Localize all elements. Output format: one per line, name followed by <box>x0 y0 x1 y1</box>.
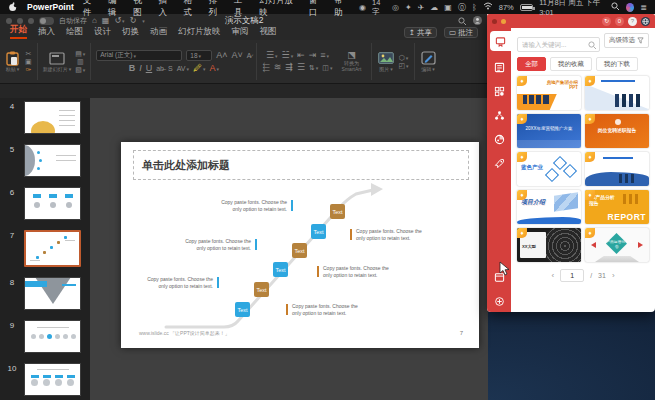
slide-4-preview[interactable] <box>24 101 81 134</box>
tab-home[interactable]: 开始 <box>10 24 27 39</box>
autosave-toggle[interactable] <box>39 17 54 25</box>
template-card-9[interactable]: ♦ XX大型 <box>517 228 581 262</box>
template-card-3[interactable]: ♦ 20XX年度营销推广方案 <box>517 114 581 148</box>
apple-icon[interactable] <box>8 2 18 12</box>
copy-icon[interactable]: ▣ <box>25 58 32 65</box>
control-center-icon[interactable]: ≣ <box>640 3 647 12</box>
minimize-window-icon[interactable] <box>17 18 23 24</box>
wifi-icon[interactable] <box>483 2 493 12</box>
airdrop-icon[interactable]: ✈ <box>418 3 425 12</box>
tab-design[interactable]: 设计 <box>94 26 111 39</box>
tab-favorites[interactable]: 我的收藏 <box>550 57 592 71</box>
current-slide[interactable]: 单击此处添加标题 Text Text Text Text Text Text C… <box>121 142 479 348</box>
template-card-7[interactable]: ♦ 项目介绍 <box>517 190 581 224</box>
status-icon-1[interactable]: ◎ <box>392 3 399 12</box>
menu-file[interactable]: 文件 <box>83 0 99 19</box>
slide-canvas[interactable]: 单击此处添加标题 Text Text Text Text Text Text C… <box>90 98 488 400</box>
step-box-4[interactable]: Text <box>292 243 307 258</box>
thumbnail-slide-4[interactable]: 4 <box>0 101 90 134</box>
thumbnail-slide-9[interactable]: 9 <box>0 320 90 353</box>
text-box-icon[interactable]: ◰ <box>398 62 408 69</box>
prev-page-icon[interactable]: ‹ <box>551 271 554 280</box>
menu-edit[interactable]: 编辑 <box>108 0 124 19</box>
menu-format[interactable]: 格式 <box>184 0 200 19</box>
paste-button[interactable] <box>4 51 21 66</box>
menu-window[interactable]: 窗口 <box>309 0 325 19</box>
bullets-icon[interactable]: ☰ <box>266 51 278 60</box>
italic-icon[interactable]: I <box>139 64 142 73</box>
cloud-icon[interactable]: ☁ <box>430 3 438 12</box>
indent-icon[interactable]: ⇥ <box>309 51 317 60</box>
caption-right-1[interactable]: Copy paste fonts. Choose the only option… <box>356 228 432 241</box>
thumbnail-slide-5[interactable]: 5 <box>0 144 90 177</box>
tab-view[interactable]: 视图 <box>260 26 277 39</box>
slide-6-preview[interactable] <box>24 187 81 220</box>
spotlight-icon[interactable] <box>611 2 620 13</box>
clear-format-icon[interactable]: A̷ <box>247 52 252 59</box>
step-box-3[interactable]: Text <box>273 262 288 277</box>
user-globe-icon[interactable] <box>641 17 650 26</box>
caption-right-2[interactable]: Copy paste fonts. Choose the only option… <box>323 265 399 278</box>
nav-rocket-icon[interactable] <box>489 155 509 171</box>
thumbnail-slide-6[interactable]: 6 <box>0 187 90 220</box>
strikethrough-icon[interactable]: ab̶ <box>156 65 164 72</box>
line-spacing-icon[interactable]: ≡ <box>320 51 329 60</box>
template-card-5[interactable]: ♦ 蓝色产业 <box>517 152 581 186</box>
format-painter-icon[interactable]: ✑ <box>25 66 31 73</box>
record-icon[interactable]: ◉ <box>359 3 366 12</box>
font-name-select[interactable]: Arial (正文) <box>96 50 182 61</box>
next-page-icon[interactable]: › <box>612 271 615 280</box>
template-card-1[interactable]: ♦ 房地产集团介绍PPT <box>517 76 581 110</box>
page-number-input[interactable] <box>560 269 584 282</box>
nav-settings-icon[interactable] <box>489 293 509 309</box>
menu-view[interactable]: 视图 <box>133 0 149 19</box>
caption-left-3[interactable]: Copy paste fonts. Choose the only option… <box>137 276 213 289</box>
section-icon[interactable]: ▧ <box>75 66 85 73</box>
tab-review[interactable]: 审阅 <box>232 26 249 39</box>
shapes-icon[interactable]: ⬡ <box>399 54 409 61</box>
spacing-icon[interactable]: AV <box>177 65 189 72</box>
slide-8-preview[interactable] <box>24 277 81 310</box>
search-icon[interactable] <box>588 36 597 54</box>
slide-5-preview[interactable] <box>24 144 81 177</box>
notification-badge[interactable]: 0 <box>615 17 624 26</box>
font-color-icon[interactable]: A <box>210 64 220 73</box>
thumbnail-slide-8[interactable]: 8 <box>0 277 90 310</box>
align-right-icon[interactable]: ⇶ <box>285 63 293 72</box>
align-left-icon[interactable]: ⬱ <box>262 63 269 72</box>
cut-icon[interactable]: ✂ <box>25 50 31 57</box>
menu-tools[interactable]: 工具 <box>234 0 250 19</box>
tab-transitions[interactable]: 切换 <box>122 26 139 39</box>
underline-icon[interactable]: U <box>146 64 153 73</box>
refresh-icon[interactable]: ↻ <box>602 17 611 26</box>
tab-insert[interactable]: 插入 <box>38 26 55 39</box>
template-card-10[interactable]: ♦ XX产品运营分析报告 <box>585 228 649 262</box>
input-method-indicator[interactable]: 14字 <box>372 0 386 17</box>
justify-icon[interactable]: ☰ <box>297 63 305 72</box>
template-card-8[interactable]: ♦ XX产品分析报告 REPORT <box>585 190 649 224</box>
nav-materials-icon[interactable] <box>489 59 509 75</box>
outdent-icon[interactable]: ⇤ <box>297 51 305 60</box>
slide-10-preview[interactable] <box>24 363 81 396</box>
menu-help[interactable]: 帮助 <box>334 0 350 19</box>
menu-app-name[interactable]: PowerPoint <box>27 2 74 12</box>
nav-diagrams-icon[interactable] <box>489 83 509 99</box>
siri-icon[interactable] <box>626 3 634 12</box>
caption-left-1[interactable]: Copy paste fonts. Choose the only option… <box>211 199 287 212</box>
advanced-filter-button[interactable]: 高级筛选 <box>604 33 649 48</box>
shrink-font-icon[interactable]: A˅ <box>232 51 243 60</box>
slide-7-preview[interactable] <box>24 230 81 267</box>
staircase-diagram[interactable]: Text Text Text Text Text Text Copy paste… <box>121 142 479 348</box>
tab-downloads[interactable]: 我的下载 <box>596 57 638 71</box>
grow-font-icon[interactable]: A˄ <box>216 51 227 60</box>
highlight-color-icon[interactable]: 🖉 <box>193 64 206 73</box>
tab-slideshow[interactable]: 幻灯片放映 <box>178 26 221 39</box>
window-manager-icon[interactable]: ▣ <box>444 3 452 12</box>
template-card-4[interactable]: ♦ 岗位竞聘述职报告 <box>585 114 649 148</box>
slide-thumbnail-panel[interactable]: 4 5 6 <box>0 98 90 400</box>
picture-button[interactable] <box>377 51 394 66</box>
bold-icon[interactable]: B <box>129 64 136 73</box>
menu-slideshow[interactable]: 幻灯片放映 <box>259 0 300 19</box>
shadow-icon[interactable]: S <box>168 65 173 72</box>
zoom-window-icon[interactable] <box>28 18 34 24</box>
